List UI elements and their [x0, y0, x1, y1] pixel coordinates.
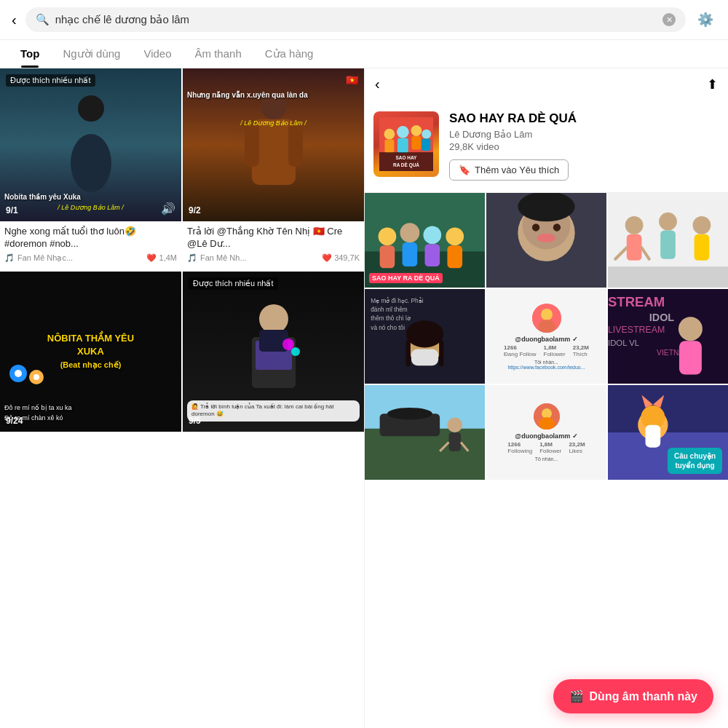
svg-rect-83 — [449, 432, 462, 451]
right-video-grid: SAO HAY RA DÈ QUÁ — [365, 193, 728, 480]
svg-point-62 — [406, 321, 444, 348]
search-icon: 🔍 — [36, 13, 50, 26]
svg-rect-46 — [608, 266, 728, 288]
video-info-4 — [183, 432, 364, 470]
svg-rect-24 — [422, 139, 430, 151]
main-content: Được thích nhiều nhất Nobita thầm yêu Xu… — [0, 68, 728, 728]
chat-bubble-4: 🙋 Trả lời bình luận của Ta xuất đi: làm … — [187, 400, 360, 422]
right-share-button[interactable]: ⬆ — [707, 76, 718, 92]
svg-point-75 — [678, 317, 703, 341]
flag-icon-2: 🇻🇳 — [346, 74, 358, 86]
right-video-card-6[interactable]: STREAM IDOL LIVESTREAM IDOL VL VIETNAM — [608, 289, 728, 384]
profile-overlay-8: @duongbaolamm ✓ 1266Following 1,8MFollow… — [486, 385, 606, 480]
video-card-4[interactable]: Được thích nhiều nhất 🙋 Trả lời bình luậ… — [183, 272, 364, 472]
profile-link-5: https://www.facebook.com/leduo... — [507, 365, 585, 370]
svg-rect-22 — [411, 136, 421, 150]
clear-button[interactable]: ✕ — [662, 13, 676, 26]
video-overlay-2a: Nhưng nắng vẫn x.uyên qua làn da — [187, 90, 360, 100]
sound-artist: Lê Dương Bảo Lâm — [449, 129, 719, 140]
video-info-2: Trả lời @Thắng Khờ Tên Nhị 🇻🇳 Cre @Lê Dư… — [183, 221, 364, 270]
use-sound-button[interactable]: 🎬 Dùng âm thanh này — [553, 679, 713, 713]
svg-text:IDOL VL: IDOL VL — [608, 339, 639, 348]
sound-card: SAO HAY RA DÈ QUÁ SAO HAY RA DÈ QUÁ Lê D… — [365, 100, 728, 193]
channel-2: Fan Mê Nh... — [200, 253, 247, 262]
svg-point-8 — [15, 370, 22, 377]
svg-point-12 — [259, 304, 288, 333]
right-thumb-8: @duongbaolamm ✓ 1266Following 1,8MFollow… — [486, 385, 606, 480]
svg-point-47 — [625, 216, 644, 234]
svg-point-1 — [71, 134, 111, 192]
tab-amthanh[interactable]: Âm thanh — [183, 40, 253, 68]
svg-rect-20 — [397, 138, 408, 153]
tab-video[interactable]: Video — [132, 40, 183, 68]
tab-top[interactable]: Top — [9, 40, 51, 68]
right-thumb-6: STREAM IDOL LIVESTREAM IDOL VL VIETNAM — [608, 289, 728, 384]
right-thumb-3 — [608, 193, 728, 288]
rv4-illustration: Mẹ mở đi học. Phải đánh mĩ thêm thêm thô… — [365, 289, 485, 384]
right-video-card-8[interactable]: @duongbaolamm ✓ 1266Following 1,8MFollow… — [486, 385, 606, 480]
right-panel: ‹ ⬆ — [364, 68, 728, 728]
sound-video-count: 29,8K video — [449, 141, 719, 152]
right-video-card-4[interactable]: Mẹ mở đi học. Phải đánh mĩ thêm thêm thô… — [365, 289, 485, 384]
svg-point-82 — [447, 418, 462, 433]
svg-rect-79 — [365, 429, 485, 480]
svg-rect-95 — [646, 425, 661, 448]
tab-bar: Top Người dùng Video Âm thanh Cửa hàng — [0, 40, 728, 68]
right-video-card-1[interactable]: SAO HAY RA DÈ QUÁ — [365, 193, 485, 288]
back-button[interactable]: ‹ — [9, 9, 20, 31]
search-input[interactable]: nhạc chế lê dương bảo lâm — [55, 13, 657, 26]
svg-point-9 — [33, 374, 39, 380]
svg-point-51 — [659, 213, 677, 231]
right-video-card-7[interactable] — [365, 385, 485, 480]
video-thumbnail-3: NÔBITA THẦM YÊUXUKA(Beat nhạc chế) Đô re… — [0, 272, 181, 432]
video-counter-2: 9/2 — [189, 205, 201, 215]
right-back-button[interactable]: ‹ — [375, 76, 380, 92]
right-header: ‹ ⬆ — [365, 68, 728, 100]
profile-overlay-5: @duongbaolamm ✓ 1266Đang Follow 1,8MFoll… — [486, 289, 606, 384]
video-badge-4: Được thích nhiều nhất — [189, 277, 278, 290]
rv9-corner-badge: Câu chuyện tuyển dụng — [668, 448, 722, 474]
video-card-2[interactable]: Nhưng nắng vẫn x.uyên qua làn da / Lê Dư… — [183, 68, 364, 270]
video-info-3 — [0, 432, 181, 472]
right-video-card-2[interactable] — [486, 193, 606, 288]
right-thumb-7 — [365, 385, 485, 480]
right-video-card-3[interactable] — [608, 193, 728, 288]
video-overlay-2b: / Lê Dương Bảo Lâm / — [183, 119, 364, 127]
svg-rect-76 — [679, 341, 702, 375]
svg-rect-33 — [403, 242, 418, 266]
svg-point-0 — [78, 95, 104, 122]
svg-text:thêm thô chì lờ: thêm thô chì lờ — [371, 316, 411, 323]
tab-nguoidung[interactable]: Người dùng — [51, 40, 132, 68]
svg-point-17 — [384, 129, 395, 140]
profile-avatar-5 — [532, 304, 561, 333]
likes-2: ❤️ 349,7K — [322, 253, 360, 263]
svg-text:đánh mĩ thêm: đánh mĩ thêm — [371, 306, 408, 313]
svg-point-87 — [542, 408, 552, 419]
video-subtitle-3a: Đô re mí nố bị ta xu ka — [4, 404, 72, 411]
filter-button[interactable]: ⚙️ — [692, 9, 719, 31]
svg-rect-31 — [380, 246, 395, 269]
svg-rect-37 — [447, 246, 462, 269]
profile-name-8: @duongbaolamm ✓ — [515, 432, 577, 440]
tab-cuahan[interactable]: Cửa hàng — [253, 40, 325, 68]
video-counter-4: 9/5 — [189, 416, 201, 426]
svg-point-30 — [379, 228, 397, 246]
right-video-card-9[interactable]: Câu chuyện tuyển dụng — [608, 385, 728, 480]
sound-info: SAO HAY RA DÈ QUÁ Lê Dương Bảo Lâm 29,8K… — [449, 111, 719, 181]
svg-point-53 — [693, 216, 711, 234]
right-video-card-5[interactable]: @duongbaolamm ✓ 1266Đang Follow 1,8MFoll… — [486, 289, 606, 384]
video-card-3[interactable]: NÔBITA THẦM YÊUXUKA(Beat nhạc chế) Đô re… — [0, 272, 181, 472]
svg-point-42 — [532, 224, 539, 232]
svg-point-34 — [423, 226, 441, 245]
favorite-button[interactable]: 🔖 Thêm vào Yêu thích — [449, 159, 569, 181]
rv1-badge: SAO HAY RA DÈ QUÁ — [369, 273, 443, 283]
video-thumbnail-1: Được thích nhiều nhất Nobita thầm yêu Xu… — [0, 68, 181, 221]
svg-rect-63 — [406, 341, 411, 367]
video-card-1[interactable]: Được thích nhiều nhất Nobita thầm yêu Xu… — [0, 68, 181, 270]
video-meta-1: 🎵 Fan Mê Nhạc... ❤️ 1,4M — [4, 253, 177, 263]
sound-cover: SAO HAY RA DÈ QUÁ — [373, 111, 439, 177]
profile-bio-8: Tô nhàn... — [535, 456, 558, 462]
video-camera-icon: 🎬 — [569, 689, 584, 703]
right-thumb-4: Mẹ mở đi học. Phải đánh mĩ thêm thêm thô… — [365, 289, 485, 384]
svg-rect-18 — [384, 140, 394, 154]
